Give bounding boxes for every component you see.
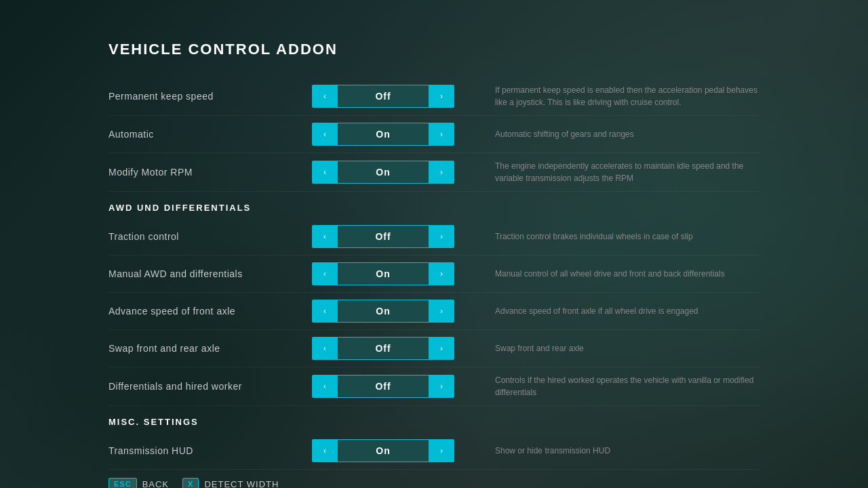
chevron-left-icon: ‹ bbox=[323, 129, 326, 139]
chevron-right-icon: › bbox=[440, 129, 443, 139]
setting-desc-traction-control: Traction control brakes individual wheel… bbox=[454, 230, 760, 243]
setting-desc-permanent-keep-speed: If permanent keep speed is enabled then … bbox=[454, 84, 760, 108]
setting-value-permanent-keep-speed: Off bbox=[338, 85, 429, 108]
setting-control-automatic: ‹ On › bbox=[312, 123, 454, 146]
setting-row-automatic: Automatic ‹ On › Automatic shifting of g… bbox=[108, 116, 760, 153]
chevron-right-icon: › bbox=[440, 167, 443, 177]
prev-btn-differentials-hired[interactable]: ‹ bbox=[312, 375, 338, 398]
setting-row-advance-speed-front: Advance speed of front axle ‹ On › Advan… bbox=[108, 293, 760, 330]
setting-control-manual-awd: ‹ On › bbox=[312, 262, 454, 285]
setting-control-transmission-hud: ‹ On › bbox=[312, 439, 454, 462]
chevron-right-icon: › bbox=[440, 344, 443, 353]
detect-key: X bbox=[182, 478, 199, 488]
setting-label-automatic: Automatic bbox=[108, 129, 312, 140]
setting-row-permanent-keep-speed: Permanent keep speed ‹ Off › If permanen… bbox=[108, 77, 760, 116]
setting-row-differentials-hired: Differentials and hired worker ‹ Off › C… bbox=[108, 367, 760, 406]
next-btn-modify-motor-rpm[interactable]: › bbox=[429, 161, 454, 184]
chevron-left-icon: ‹ bbox=[323, 92, 326, 101]
main-container: VEHICLE CONTROL ADDON Permanent keep spe… bbox=[0, 0, 868, 488]
setting-desc-modify-motor-rpm: The engine independently accelerates to … bbox=[454, 160, 760, 184]
setting-value-swap-front-rear: Off bbox=[338, 337, 429, 360]
settings-area: Permanent keep speed ‹ Off › If permanen… bbox=[108, 77, 760, 470]
chevron-left-icon: ‹ bbox=[323, 306, 326, 316]
setting-value-manual-awd: On bbox=[338, 262, 429, 285]
setting-control-modify-motor-rpm: ‹ On › bbox=[312, 161, 454, 184]
chevron-right-icon: › bbox=[440, 92, 443, 101]
prev-btn-transmission-hud[interactable]: ‹ bbox=[312, 439, 338, 462]
setting-control-differentials-hired: ‹ Off › bbox=[312, 375, 454, 398]
prev-btn-traction-control[interactable]: ‹ bbox=[312, 225, 338, 248]
setting-label-differentials-hired: Differentials and hired worker bbox=[108, 381, 312, 392]
prev-btn-swap-front-rear[interactable]: ‹ bbox=[312, 337, 338, 360]
setting-control-permanent-keep-speed: ‹ Off › bbox=[312, 85, 454, 108]
chevron-right-icon: › bbox=[440, 269, 443, 279]
next-btn-manual-awd[interactable]: › bbox=[429, 262, 454, 285]
chevron-left-icon: ‹ bbox=[323, 167, 326, 177]
setting-label-advance-speed-front: Advance speed of front axle bbox=[108, 306, 312, 317]
next-btn-differentials-hired[interactable]: › bbox=[429, 375, 454, 398]
prev-btn-modify-motor-rpm[interactable]: ‹ bbox=[312, 161, 338, 184]
back-label: BACK bbox=[142, 479, 169, 489]
chevron-left-icon: ‹ bbox=[323, 269, 326, 279]
setting-desc-swap-front-rear: Swap front and rear axle bbox=[454, 342, 760, 354]
section-header-awd: AWD UND DIFFERENTIALS bbox=[108, 192, 760, 218]
setting-value-automatic: On bbox=[338, 123, 429, 146]
detect-width-button[interactable]: X DETECT WIDTH bbox=[182, 478, 279, 488]
setting-desc-manual-awd: Manual control of all wheel drive and fr… bbox=[454, 268, 760, 280]
setting-control-swap-front-rear: ‹ Off › bbox=[312, 337, 454, 360]
setting-control-advance-speed-front: ‹ On › bbox=[312, 300, 454, 323]
chevron-left-icon: ‹ bbox=[323, 344, 326, 353]
setting-label-transmission-hud: Transmission HUD bbox=[108, 445, 312, 456]
setting-row-transmission-hud: Transmission HUD ‹ On › Show or hide tra… bbox=[108, 432, 760, 470]
page-title: VEHICLE CONTROL ADDON bbox=[108, 41, 760, 58]
back-key: ESC bbox=[108, 478, 137, 488]
setting-row-traction-control: Traction control ‹ Off › Traction contro… bbox=[108, 218, 760, 256]
detect-label: DETECT WIDTH bbox=[204, 479, 279, 489]
next-btn-transmission-hud[interactable]: › bbox=[429, 439, 454, 462]
footer: ESC BACK X DETECT WIDTH bbox=[108, 470, 760, 488]
chevron-left-icon: ‹ bbox=[323, 446, 326, 455]
prev-btn-permanent-keep-speed[interactable]: ‹ bbox=[312, 85, 338, 108]
next-btn-permanent-keep-speed[interactable]: › bbox=[429, 85, 454, 108]
prev-btn-advance-speed-front[interactable]: ‹ bbox=[312, 300, 338, 323]
setting-desc-advance-speed-front: Advance speed of front axle if all wheel… bbox=[454, 305, 760, 317]
prev-btn-automatic[interactable]: ‹ bbox=[312, 123, 338, 146]
setting-label-swap-front-rear: Swap front and rear axle bbox=[108, 343, 312, 354]
chevron-right-icon: › bbox=[440, 232, 443, 241]
chevron-left-icon: ‹ bbox=[323, 232, 326, 241]
chevron-right-icon: › bbox=[440, 306, 443, 316]
setting-value-traction-control: Off bbox=[338, 225, 429, 248]
setting-desc-transmission-hud: Show or hide transmission HUD bbox=[454, 445, 760, 457]
setting-row-swap-front-rear: Swap front and rear axle ‹ Off › Swap fr… bbox=[108, 330, 760, 367]
setting-label-permanent-keep-speed: Permanent keep speed bbox=[108, 91, 312, 102]
next-btn-traction-control[interactable]: › bbox=[429, 225, 454, 248]
setting-row-manual-awd: Manual AWD and differentials ‹ On › Manu… bbox=[108, 256, 760, 293]
next-btn-automatic[interactable]: › bbox=[429, 123, 454, 146]
chevron-right-icon: › bbox=[440, 446, 443, 455]
setting-control-traction-control: ‹ Off › bbox=[312, 225, 454, 248]
setting-label-traction-control: Traction control bbox=[108, 231, 312, 242]
section-header-misc: MISC. SETTINGS bbox=[108, 406, 760, 432]
setting-label-modify-motor-rpm: Modify Motor RPM bbox=[108, 167, 312, 178]
setting-value-advance-speed-front: On bbox=[338, 300, 429, 323]
setting-value-modify-motor-rpm: On bbox=[338, 161, 429, 184]
setting-value-transmission-hud: On bbox=[338, 439, 429, 462]
setting-label-manual-awd: Manual AWD and differentials bbox=[108, 268, 312, 279]
next-btn-advance-speed-front[interactable]: › bbox=[429, 300, 454, 323]
prev-btn-manual-awd[interactable]: ‹ bbox=[312, 262, 338, 285]
setting-desc-automatic: Automatic shifting of gears and ranges bbox=[454, 128, 760, 140]
setting-desc-differentials-hired: Controls if the hired worked operates th… bbox=[454, 374, 760, 399]
setting-value-differentials-hired: Off bbox=[338, 375, 429, 398]
next-btn-swap-front-rear[interactable]: › bbox=[429, 337, 454, 360]
chevron-left-icon: ‹ bbox=[323, 382, 326, 391]
chevron-right-icon: › bbox=[440, 382, 443, 391]
back-button[interactable]: ESC BACK bbox=[108, 478, 169, 488]
setting-row-modify-motor-rpm: Modify Motor RPM ‹ On › The engine indep… bbox=[108, 153, 760, 192]
